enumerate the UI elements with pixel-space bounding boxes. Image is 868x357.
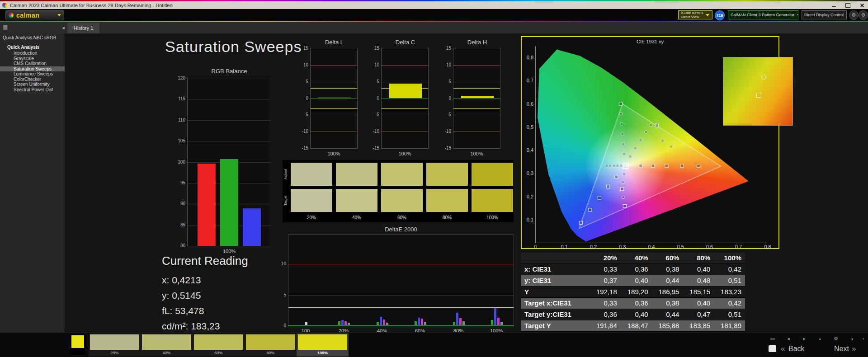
- workspace-icon[interactable]: ▦: [3, 24, 8, 30]
- table-value-cell: 183,23: [714, 287, 745, 298]
- display-icon[interactable]: ▭: [768, 335, 778, 343]
- table-value-cell: 0,38: [652, 264, 683, 275]
- table-value-cell: 0,51: [714, 275, 745, 287]
- bottom-swatch-color: [194, 334, 243, 350]
- contrast-icon[interactable]: ◑: [847, 335, 857, 343]
- display-control-dropdown[interactable]: Direct Display Control: [802, 10, 847, 19]
- table-value-cell: 0,42: [714, 298, 745, 309]
- sidebar-collapse-button[interactable]: ◂: [60, 23, 66, 32]
- tab-history-1[interactable]: History 1: [67, 23, 99, 33]
- back-button[interactable]: Back: [788, 345, 805, 353]
- bottom-swatch-40%[interactable]: 40%: [141, 334, 193, 357]
- inset-square-marker: [756, 93, 761, 98]
- sidebar-item-spectral-power-dist[interactable]: Spectral Power Dist.: [0, 87, 65, 93]
- sidebar-item-cms-calibration[interactable]: CMS Calibration: [0, 61, 65, 66]
- cie-target-point: [598, 196, 601, 199]
- deltae-plot: [288, 235, 514, 326]
- sidebar-item-colorchecker[interactable]: ColorChecker: [0, 77, 65, 82]
- deltae-bar: [338, 321, 340, 325]
- cie-measured-point: [619, 112, 622, 115]
- deltae-bar: [305, 322, 307, 325]
- sidebar-item-screen-uniformity[interactable]: Screen Uniformity: [0, 82, 65, 87]
- maximize-button[interactable]: [843, 2, 852, 8]
- cie-measured-point: [623, 153, 625, 155]
- limit-line: [453, 132, 500, 132]
- levels-icon[interactable]: ◔: [858, 335, 868, 343]
- back-chevrons-icon[interactable]: «: [781, 344, 785, 353]
- deltae-bar: [380, 317, 382, 325]
- cie-y-tick: 0,7: [522, 78, 533, 83]
- page-title: Saturation Sweeps: [165, 38, 302, 56]
- cie-plot: [535, 46, 768, 247]
- tolerance-line: [311, 108, 357, 109]
- tab-bar: ▦ ◂ History 1: [0, 22, 868, 33]
- close-button[interactable]: [857, 2, 866, 8]
- next-chevrons-icon[interactable]: »: [852, 344, 856, 353]
- bottom-swatch-color: [298, 334, 347, 350]
- swatch-row-label-target: Target: [283, 191, 289, 211]
- sidebar-root-node[interactable]: Quick Analysis: [0, 44, 65, 51]
- delta-chart-title: Delta H: [441, 39, 501, 46]
- bottom-swatch-60%[interactable]: 60%: [193, 334, 245, 357]
- sidebar-item-luminance-sweeps[interactable]: Luminance Sweeps: [0, 71, 65, 77]
- pattern-window-button[interactable]: [769, 345, 776, 352]
- rgb-balance-xlabel: 100%: [187, 249, 271, 254]
- pattern-preview-tile[interactable]: [70, 334, 85, 355]
- table-row-label-x-cie31: x: CIE31: [521, 264, 590, 275]
- sidebar-item-introduction[interactable]: Introduction: [0, 51, 65, 56]
- deltae-chart: DeltaE 2000: [288, 226, 514, 233]
- deltae-bar: [341, 320, 344, 325]
- deltae-bar: [500, 322, 503, 325]
- cie-target-point: [607, 185, 610, 188]
- cie-measured-point: [639, 139, 642, 141]
- minimize-button[interactable]: [829, 2, 838, 8]
- table-row-label-target-x-cie31: Target x:CIE31: [521, 298, 590, 309]
- table-header-cell: 60%: [652, 253, 683, 264]
- cie-title: CIE 1931 xy: [522, 39, 778, 44]
- deltae-bar: [456, 313, 458, 325]
- table-value-cell: 0,44: [652, 275, 683, 287]
- cie-x-tick: 0,4: [645, 244, 658, 249]
- table-row-label-target-y-cie31: Target y:CIE31: [521, 309, 590, 320]
- sidebar-item-saturation-sweeps[interactable]: Saturation Sweeps: [0, 66, 65, 72]
- cie-target-point: [619, 102, 622, 105]
- record-icon[interactable]: ▪: [815, 335, 825, 343]
- sidebar-header: Quick Analysis NBC sRGB: [0, 33, 65, 44]
- table-value-cell: 0,40: [621, 275, 652, 287]
- bottom-swatch-80%[interactable]: 80%: [245, 334, 297, 357]
- cie-measured-point: [622, 196, 624, 198]
- sidebar-item-grayscale[interactable]: Grayscale: [0, 56, 65, 61]
- table-header-cell: [521, 253, 590, 264]
- play-icon[interactable]: ▸: [799, 335, 809, 343]
- settings-gear-icon[interactable]: ⚙: [831, 335, 841, 343]
- cie-target-point: [589, 208, 592, 211]
- meter-status-badge[interactable]: 716: [715, 10, 725, 20]
- cie-y-tick: 0,5: [522, 124, 533, 130]
- prev-icon[interactable]: ◂: [783, 335, 793, 343]
- rgb-bar-green: [220, 159, 238, 246]
- bottom-swatch-100%[interactable]: 100%: [297, 334, 349, 357]
- cie-y-tick: 0,1: [522, 217, 533, 222]
- swatch-col-label: 20%: [291, 215, 332, 220]
- meter-dropdown[interactable]: X-Rite i1Pro 3 Direct View: [678, 10, 712, 19]
- deltae-bar: [377, 322, 379, 325]
- calman-menu-button[interactable]: calman: [5, 10, 64, 20]
- pattern-generator-dropdown[interactable]: CalMAN Client 3 Pattern Generator: [728, 10, 798, 19]
- cie-measured-point: [623, 173, 625, 175]
- deltae-bar: [383, 319, 385, 325]
- table-value-cell: 185,15: [683, 287, 714, 298]
- zero-line: [288, 325, 514, 326]
- bottom-swatch-20%[interactable]: 20%: [89, 334, 141, 357]
- next-button[interactable]: Next: [834, 345, 849, 353]
- table-row-label-y-cie31: y: CIE31: [521, 275, 590, 287]
- deltae-title: DeltaE 2000: [288, 226, 514, 233]
- settings-gear-icon[interactable]: ⚙: [849, 10, 859, 20]
- cie-measured-point: [661, 139, 664, 142]
- bottom-swatch-color: [90, 334, 139, 350]
- table-value-cell: 186,95: [652, 287, 683, 298]
- rgb-balance-title: RGB Balance: [175, 68, 271, 75]
- table-value-cell: 0,36: [590, 309, 621, 320]
- workflow-gear-icon[interactable]: ⚙: [859, 10, 868, 20]
- rgb-bar-red: [198, 164, 216, 246]
- cie-1931-panel[interactable]: CIE 1931 xy 00,10,20,30,40,50,60,70,80,1…: [521, 36, 779, 249]
